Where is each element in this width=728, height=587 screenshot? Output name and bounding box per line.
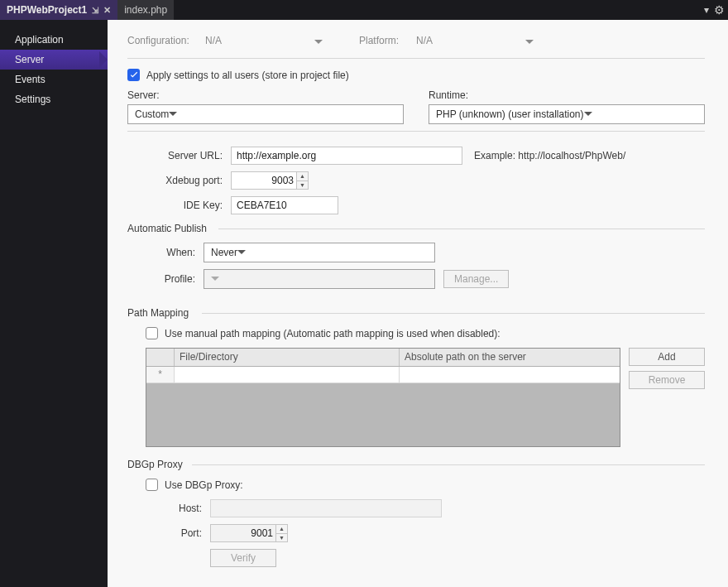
platform-dropdown[interactable]: N/A bbox=[413, 31, 537, 50]
publish-when-label: When: bbox=[146, 247, 204, 258]
spin-up-icon[interactable]: ▲ bbox=[297, 172, 308, 181]
dbgp-host-label: Host: bbox=[160, 503, 210, 514]
manual-path-mapping-checkbox[interactable]: Use manual path mapping (Automatic path … bbox=[146, 327, 705, 339]
tab-project[interactable]: PHPWebProject1 ⇲ ✕ bbox=[0, 0, 117, 20]
ide-key-input[interactable] bbox=[231, 196, 338, 214]
col-marker bbox=[146, 349, 175, 366]
server-label: Server: bbox=[127, 89, 404, 101]
cell-file[interactable] bbox=[175, 367, 400, 383]
publish-profile-select[interactable] bbox=[204, 269, 435, 289]
dbgp-port-spinner[interactable]: ▲▼ bbox=[210, 524, 288, 542]
settings-sidebar: Application Server Events Settings bbox=[0, 20, 108, 587]
chevron-down-icon bbox=[237, 247, 246, 258]
publish-when-row: When: Never bbox=[146, 243, 705, 262]
config-platform-row: Configuration: N/A Platform: N/A bbox=[127, 31, 705, 50]
path-mapping-area: File/Directory Absolute path on the serv… bbox=[146, 348, 705, 447]
dbgp-proxy-title: DBGp Proxy bbox=[127, 459, 705, 470]
publish-when-value: Never bbox=[211, 247, 237, 258]
row-new-marker: * bbox=[146, 367, 175, 383]
cell-absolute[interactable] bbox=[400, 367, 620, 383]
tab-indexphp-label: index.php bbox=[124, 4, 167, 16]
manual-path-mapping-label: Use manual path mapping (Automatic path … bbox=[165, 328, 500, 339]
separator bbox=[127, 131, 705, 132]
remove-mapping-button[interactable]: Remove bbox=[629, 371, 705, 389]
xdebug-port-label: Xdebug port: bbox=[148, 175, 231, 186]
sidebar-item-settings[interactable]: Settings bbox=[0, 89, 108, 109]
dbgp-verify-row: Verify bbox=[160, 549, 705, 567]
xdebug-port-row: Xdebug port: ▲▼ bbox=[127, 171, 705, 190]
main-shell: Application Server Events Settings Confi… bbox=[0, 20, 728, 587]
dbgp-port-row: Port: ▲▼ bbox=[160, 524, 705, 542]
checkbox-icon bbox=[146, 479, 158, 491]
configuration-label: Configuration: bbox=[127, 35, 194, 46]
table-row[interactable]: * bbox=[146, 367, 620, 383]
sidebar-item-label: Application bbox=[15, 34, 64, 46]
path-mapping-header: File/Directory Absolute path on the serv… bbox=[146, 349, 620, 367]
server-url-label: Server URL: bbox=[148, 150, 231, 161]
publish-profile-row: Profile: Manage... bbox=[146, 269, 705, 289]
server-runtime-row: Server: Custom Runtime: PHP (unknown) (u… bbox=[127, 89, 705, 124]
verify-button[interactable]: Verify bbox=[210, 549, 276, 567]
automatic-publish-title: Automatic Publish bbox=[127, 223, 705, 234]
chevron-down-icon bbox=[169, 108, 177, 120]
runtime-select[interactable]: PHP (unknown) (user installation) bbox=[429, 104, 705, 124]
path-mapping-title: Path Mapping bbox=[127, 307, 705, 319]
ide-key-row: IDE Key: bbox=[127, 196, 705, 214]
sidebar-item-events[interactable]: Events bbox=[0, 70, 108, 89]
configuration-value: N/A bbox=[205, 35, 222, 46]
add-mapping-button[interactable]: Add bbox=[629, 348, 705, 366]
use-dbgp-label: Use DBGp Proxy: bbox=[165, 479, 243, 491]
platform-label: Platform: bbox=[359, 35, 405, 46]
gear-icon[interactable]: ⚙ bbox=[714, 3, 725, 17]
separator bbox=[127, 58, 705, 59]
path-mapping-group: Path Mapping Use manual path mapping (Au… bbox=[127, 307, 705, 452]
pin-icon[interactable]: ⇲ bbox=[92, 6, 98, 15]
use-dbgp-checkbox[interactable]: Use DBGp Proxy: bbox=[146, 479, 705, 491]
tab-indexphp[interactable]: index.php bbox=[117, 0, 174, 20]
sidebar-item-label: Settings bbox=[15, 94, 50, 105]
sidebar-item-server[interactable]: Server bbox=[0, 50, 108, 70]
server-url-input[interactable] bbox=[231, 147, 462, 165]
runtime-label: Runtime: bbox=[429, 89, 705, 101]
runtime-value: PHP (unknown) (user installation) bbox=[436, 108, 584, 120]
sidebar-item-label: Server bbox=[15, 54, 44, 65]
tab-menu-caret-icon[interactable]: ▾ bbox=[704, 4, 709, 16]
server-select[interactable]: Custom bbox=[127, 104, 404, 124]
dbgp-port-input[interactable] bbox=[210, 524, 276, 542]
dbgp-proxy-group: DBGp Proxy Use DBGp Proxy: Host: Port: ▲… bbox=[127, 459, 705, 579]
tab-project-label: PHPWebProject1 bbox=[7, 4, 87, 16]
close-icon[interactable]: ✕ bbox=[103, 5, 111, 16]
xdebug-port-spinner[interactable]: ▲▼ bbox=[231, 171, 309, 190]
sidebar-item-label: Events bbox=[15, 74, 46, 85]
publish-profile-label: Profile: bbox=[146, 273, 204, 285]
publish-when-select[interactable]: Never bbox=[204, 243, 435, 262]
server-url-example: Example: http://localhost/PhpWeb/ bbox=[474, 150, 625, 161]
platform-value: N/A bbox=[416, 35, 433, 46]
chevron-down-icon bbox=[211, 273, 219, 285]
connection-fields: Server URL: Example: http://localhost/Ph… bbox=[127, 147, 705, 214]
apply-all-label: Apply settings to all users (store in pr… bbox=[146, 70, 349, 81]
ide-key-label: IDE Key: bbox=[148, 200, 231, 211]
chevron-down-icon bbox=[584, 108, 592, 120]
sidebar-item-application[interactable]: Application bbox=[0, 30, 108, 50]
configuration-dropdown[interactable]: N/A bbox=[202, 31, 326, 50]
path-mapping-table[interactable]: File/Directory Absolute path on the serv… bbox=[146, 348, 620, 447]
spinner-buttons[interactable]: ▲▼ bbox=[297, 171, 309, 190]
manage-profile-button[interactable]: Manage... bbox=[443, 270, 509, 288]
dbgp-port-label: Port: bbox=[160, 527, 210, 539]
document-tab-bar: PHPWebProject1 ⇲ ✕ index.php ▾ ⚙ bbox=[0, 0, 728, 20]
spin-up-icon[interactable]: ▲ bbox=[276, 525, 287, 534]
server-value: Custom bbox=[135, 108, 169, 120]
server-url-row: Server URL: Example: http://localhost/Ph… bbox=[127, 147, 705, 165]
server-settings-page: Configuration: N/A Platform: N/A Apply s… bbox=[108, 20, 728, 587]
spinner-buttons[interactable]: ▲▼ bbox=[276, 524, 288, 542]
spin-down-icon[interactable]: ▼ bbox=[276, 534, 287, 542]
col-absolute[interactable]: Absolute path on the server bbox=[400, 349, 620, 366]
spin-down-icon[interactable]: ▼ bbox=[297, 181, 308, 190]
checkbox-icon bbox=[146, 327, 158, 339]
col-file[interactable]: File/Directory bbox=[175, 349, 400, 366]
chevron-down-icon bbox=[314, 36, 323, 48]
dbgp-host-input[interactable] bbox=[210, 499, 442, 517]
apply-all-checkbox[interactable]: Apply settings to all users (store in pr… bbox=[127, 69, 705, 81]
xdebug-port-input[interactable] bbox=[231, 171, 297, 190]
